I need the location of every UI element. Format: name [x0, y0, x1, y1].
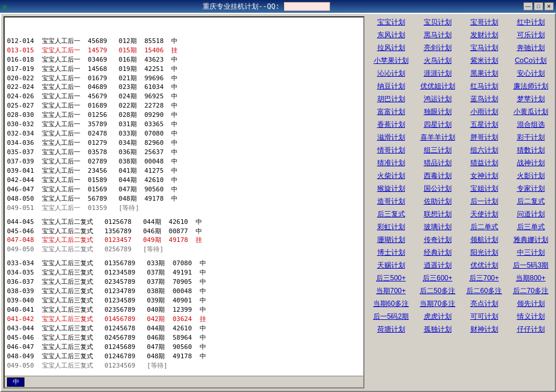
plan-link[interactable]: 后二单式 [461, 221, 507, 233]
plan-link[interactable]: 可乐计划 [508, 29, 554, 41]
right-panel[interactable]: 宝宝计划宝贝计划宝哥计划红中计划东风计划黑马计划发财计划可乐计划拉风计划亮剑计划… [367, 14, 555, 391]
plan-link[interactable]: 独眼计划 [415, 106, 461, 118]
plan-link[interactable]: 后三700+ [461, 272, 507, 284]
plan-link[interactable]: 奔驰计划 [508, 42, 554, 54]
plan-link[interactable]: 小雨计划 [461, 106, 507, 118]
plan-link[interactable]: 后三600+ [415, 272, 461, 284]
plan-link[interactable]: 彩虹计划 [368, 221, 414, 233]
plan-link[interactable]: 情哥计划 [368, 144, 414, 156]
plan-link[interactable]: 荷塘计划 [368, 323, 414, 336]
plan-link[interactable]: 女神计划 [461, 170, 507, 182]
plan-link[interactable]: 后一5码3期 [508, 259, 554, 272]
plan-link[interactable]: 战神计划 [508, 157, 554, 169]
plan-link[interactable]: 逍遥计划 [415, 259, 461, 272]
plan-link[interactable]: 佐助计划 [415, 195, 461, 208]
plan-link[interactable]: 东风计划 [368, 29, 414, 41]
plan-link[interactable]: 红中计划 [508, 16, 554, 28]
plan-link[interactable]: 雅典娜计划 [508, 234, 554, 246]
plan-link[interactable]: 安心计划 [508, 67, 554, 80]
plan-link[interactable]: 沁沁计划 [368, 67, 414, 80]
plan-link[interactable]: 中三计划 [508, 247, 554, 259]
left-content-scroll[interactable]: 012-014 宝宝人工后一 45689 012期 85518 中013-015… [5, 17, 363, 376]
plan-link[interactable]: 组六计划 [461, 144, 507, 156]
plan-link[interactable]: 天使计划 [461, 208, 507, 220]
close-button[interactable]: ✕ [544, 2, 554, 10]
plan-link[interactable]: 猜数计划 [508, 144, 554, 156]
plan-link[interactable]: 宝哥计划 [461, 16, 507, 28]
plan-link[interactable]: 后二60多注 [461, 285, 507, 297]
plan-link[interactable]: 红马计划 [461, 80, 507, 92]
plan-link[interactable]: 宝马计划 [461, 42, 507, 54]
plan-link[interactable]: 后一5码2期 [368, 311, 414, 323]
plan-link[interactable]: 拉风计划 [368, 42, 414, 54]
plan-link[interactable]: 传奇计划 [415, 234, 461, 246]
plan-link[interactable]: 小苹果计划 [368, 55, 414, 67]
plan-link[interactable]: 发财计划 [461, 29, 507, 41]
plan-link[interactable]: 后三500+ [368, 272, 414, 284]
plan-link[interactable]: 玻璃计划 [415, 221, 461, 233]
plan-link[interactable]: 喜羊羊计划 [415, 131, 461, 144]
plan-link[interactable]: 国公计划 [415, 183, 461, 195]
plan-link[interactable]: 当期60多注 [368, 298, 414, 310]
plan-link[interactable]: 组三计划 [415, 144, 461, 156]
plan-link[interactable]: 博士计划 [368, 247, 414, 259]
plan-link[interactable]: 当期800+ [508, 272, 554, 284]
plan-link[interactable]: 优优姐计划 [415, 80, 461, 92]
plan-link[interactable]: 后二70多注 [508, 285, 554, 297]
plan-link[interactable]: 混合组选 [508, 119, 554, 131]
plan-link[interactable]: 后二50多注 [415, 285, 461, 297]
plan-link[interactable]: 后二复式 [508, 195, 554, 208]
plan-link[interactable]: 仔仔计划 [508, 323, 554, 336]
plan-link[interactable]: 猎品计划 [415, 157, 461, 169]
plan-link[interactable]: 廉法师计划 [508, 80, 554, 92]
plan-link[interactable]: 优优计划 [461, 259, 507, 272]
plan-link[interactable]: 天赐计划 [368, 259, 414, 272]
plan-link[interactable]: 猴旋计划 [368, 183, 414, 195]
plan-link[interactable]: 宝姐计划 [461, 183, 507, 195]
plan-link[interactable]: 梦苹计划 [508, 93, 554, 105]
plan-link[interactable]: 黑马计划 [415, 29, 461, 41]
plan-link[interactable]: 后三复式 [368, 208, 414, 220]
plan-link[interactable]: 后一计划 [461, 195, 507, 208]
plan-link[interactable]: 当期700+ [368, 285, 414, 297]
plan-link[interactable]: 四星计划 [415, 119, 461, 131]
plan-link[interactable]: 胖哥计划 [461, 131, 507, 144]
minimize-button[interactable]: — [523, 2, 533, 10]
plan-link[interactable]: 富富计划 [368, 106, 414, 118]
plan-link[interactable]: 阳光计划 [461, 247, 507, 259]
plan-link[interactable]: 火柴计划 [368, 170, 414, 182]
plan-link[interactable]: 纳豆计划 [368, 80, 414, 92]
plan-link[interactable]: 专家计划 [508, 183, 554, 195]
plan-link[interactable]: 经典计划 [415, 247, 461, 259]
plan-link[interactable]: 猜准计划 [368, 157, 414, 169]
plan-link[interactable]: 当期70多注 [415, 298, 461, 310]
plan-link[interactable]: 鸿运计划 [415, 93, 461, 105]
plan-link[interactable]: 滋滑计划 [368, 131, 414, 144]
plan-link[interactable]: 西毒计划 [415, 170, 461, 182]
plan-link[interactable]: 宝贝计划 [415, 16, 461, 28]
plan-link[interactable]: 虎虎计划 [415, 311, 461, 323]
plan-link[interactable]: 问道计划 [508, 208, 554, 220]
plan-link[interactable]: 情义计划 [508, 311, 554, 323]
plan-link[interactable]: 亮剑计划 [415, 42, 461, 54]
plan-link[interactable]: 宝宝计划 [368, 16, 414, 28]
plan-link[interactable]: 火鸟计划 [415, 55, 461, 67]
maximize-button[interactable]: □ [534, 2, 543, 10]
plan-link[interactable]: 蓝鸟计划 [461, 93, 507, 105]
plan-link[interactable]: 领航计划 [461, 234, 507, 246]
plan-link[interactable]: 联想计划 [415, 208, 461, 220]
plan-link[interactable]: 五星计划 [461, 119, 507, 131]
plan-link[interactable]: 彩干计划 [508, 131, 554, 144]
plan-link[interactable]: 造哥计划 [368, 195, 414, 208]
plan-link[interactable]: CoCo计划 [508, 55, 554, 67]
plan-link[interactable]: 猎益计划 [461, 157, 507, 169]
plan-link[interactable]: 香蕉计划 [368, 119, 414, 131]
plan-link[interactable]: 小黄瓜计划 [508, 106, 554, 118]
plan-link[interactable]: 孤独计划 [415, 323, 461, 336]
plan-link[interactable]: 财神计划 [461, 323, 507, 336]
plan-link[interactable]: 黑果计划 [461, 67, 507, 80]
qq-input[interactable] [284, 2, 330, 11]
plan-link[interactable]: 火影计划 [508, 170, 554, 182]
plan-link[interactable]: 领先计划 [508, 298, 554, 310]
plan-link[interactable]: 涯涯计划 [415, 67, 461, 80]
